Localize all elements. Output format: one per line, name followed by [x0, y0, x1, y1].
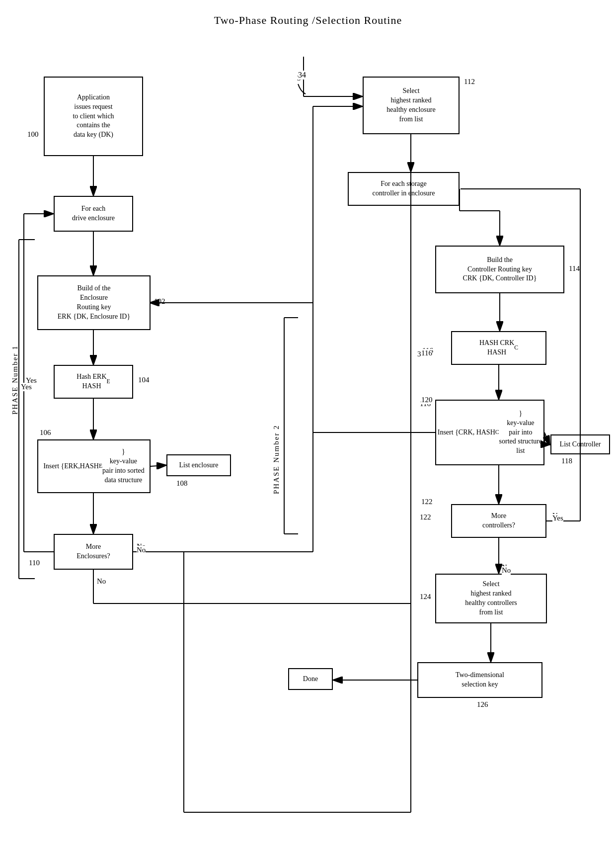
for-each-storage-box: For each storagecontroller in enclosure	[348, 172, 460, 206]
svg-line-20	[544, 432, 549, 444]
for-each-drive-box: For eachdrive enclosure	[54, 196, 133, 232]
label-108: 108	[176, 479, 188, 488]
list-controller-box: List Controller	[550, 434, 610, 454]
hash-erk-box: Hash ERKHASHE	[54, 365, 133, 399]
label-106: 106	[40, 429, 51, 437]
svg-text:No: No	[97, 577, 106, 585]
label-112: 112	[464, 78, 475, 86]
label-124: 124	[420, 593, 431, 601]
label-122: 122	[420, 513, 431, 521]
label-120-text: 120	[421, 396, 433, 404]
select-enclosure-box: Selecthighest rankedhealthy enclosurefro…	[363, 77, 460, 134]
more-enclosures-box: MoreEnclosures?	[54, 534, 133, 570]
no-label-enclosures: No	[137, 546, 146, 554]
insert-erk-box: Insert {ERK,HASHE}key-valuepair into sor…	[37, 439, 151, 493]
select-controllers-box: Selecthighest rankedhealthy controllersf…	[435, 574, 547, 623]
label-118: 118	[561, 457, 572, 465]
label-126: 126	[477, 700, 488, 709]
insert-crk-box: Insert {CRK, HASHC}key-valuepair intosor…	[435, 400, 544, 465]
yes-label-controllers: Yes	[552, 514, 563, 522]
phase2-label: PHASE Number 2	[272, 315, 281, 494]
hash-crk-box: HASH CRKHASHC	[451, 331, 546, 365]
phase1-label: PHASE Number 1	[11, 246, 19, 415]
done-box: Done	[288, 668, 333, 690]
label-114: 114	[569, 264, 580, 273]
label-116-text: 116	[421, 349, 432, 357]
two-dimensional-box: Two-dimensionalselection key	[417, 662, 542, 698]
yes-label-enclosures: Yes	[21, 383, 32, 391]
label-100: 100	[27, 130, 39, 139]
svg-line-5	[151, 465, 165, 466]
app-request-box: Applicationissues requestto client which…	[44, 77, 143, 156]
label-110: 110	[29, 559, 40, 567]
list-enclosure-box: List enclosure	[166, 454, 231, 476]
label-104: 104	[138, 376, 150, 384]
svg-text:122: 122	[421, 498, 433, 506]
no-label-controllers: No	[502, 566, 511, 575]
build-crk-box: Build theController Routing keyCRK {DK, …	[435, 246, 564, 293]
more-controllers-box: Morecontrollers?	[451, 504, 546, 538]
page-title: Two-Phase Routing /Selection Routine	[0, 0, 616, 37]
label-102: 102	[154, 297, 165, 306]
ref-34: 34	[298, 71, 306, 80]
build-erk-box: Build of theEnclosureRouting keyERK {DK,…	[37, 275, 151, 330]
